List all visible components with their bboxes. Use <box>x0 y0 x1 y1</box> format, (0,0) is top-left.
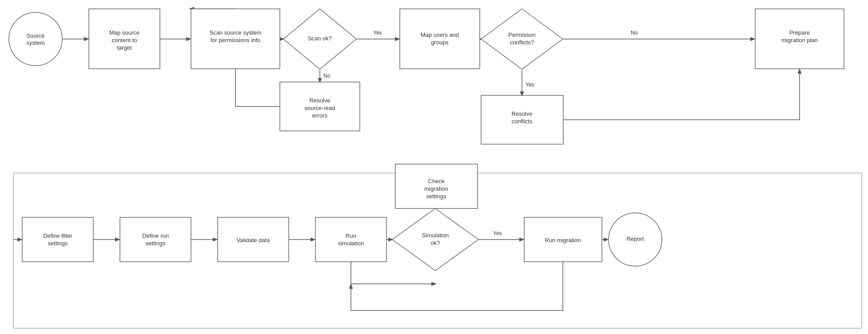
define-run-label2: settings <box>146 240 166 247</box>
sim-ok-label: Simulation <box>422 232 449 239</box>
scan-ok-label: Scan ok? <box>308 35 332 42</box>
prepare-label: Prepare <box>789 29 810 36</box>
resolve-read-label: Resolve <box>310 97 330 104</box>
edge-resolve-prepare <box>557 70 800 120</box>
map-users-label: Map users and <box>421 31 459 38</box>
source-label2: system <box>26 39 44 46</box>
edge-runmig-back <box>351 262 563 310</box>
map-content-label2: content to <box>111 37 137 43</box>
sim-ok-label2: ok? <box>431 240 440 246</box>
source-label: Source <box>26 32 44 39</box>
check-mig-label: Check <box>428 178 445 185</box>
define-run-label: Define run <box>142 232 169 239</box>
scan-label2: for permissions info <box>211 37 261 43</box>
map-content-label: Map source <box>109 29 139 36</box>
report-label: Report <box>626 236 644 242</box>
define-filter-label: Define filter <box>43 232 72 239</box>
run-mig-label: Run migration <box>545 237 581 244</box>
label-yes3: Yes <box>493 230 502 236</box>
label-yes2: Yes <box>526 82 534 88</box>
validate-label: Validate data <box>237 237 271 244</box>
check-mig-label2: migration <box>424 185 448 192</box>
scan-label: Scan source system <box>209 29 261 36</box>
check-mig-label3: settings <box>426 193 446 200</box>
label-no1: No <box>631 30 638 36</box>
perm-label: Permisson <box>508 31 535 38</box>
resolve-conflicts-label2: conflicts <box>512 118 533 125</box>
define-filter-label2: settings <box>48 240 68 247</box>
define-run-node <box>120 217 191 262</box>
perm-label2: conflicts? <box>510 39 534 46</box>
map-users-label2: groups <box>431 39 449 46</box>
run-sim-label: Run <box>346 232 356 239</box>
prepare-label2: migration plan <box>781 37 818 43</box>
define-filter-node <box>22 217 93 262</box>
resolve-conflicts-label: Resolve <box>512 110 533 117</box>
resolve-read-label2: source-read <box>304 105 335 111</box>
run-sim-node <box>315 217 386 262</box>
map-content-label3: target <box>117 44 132 51</box>
label-no2: No <box>323 73 330 79</box>
label-yes1: Yes <box>373 30 382 36</box>
run-sim-label2: simulation <box>338 240 364 247</box>
resolve-read-label3: errors <box>312 112 327 119</box>
